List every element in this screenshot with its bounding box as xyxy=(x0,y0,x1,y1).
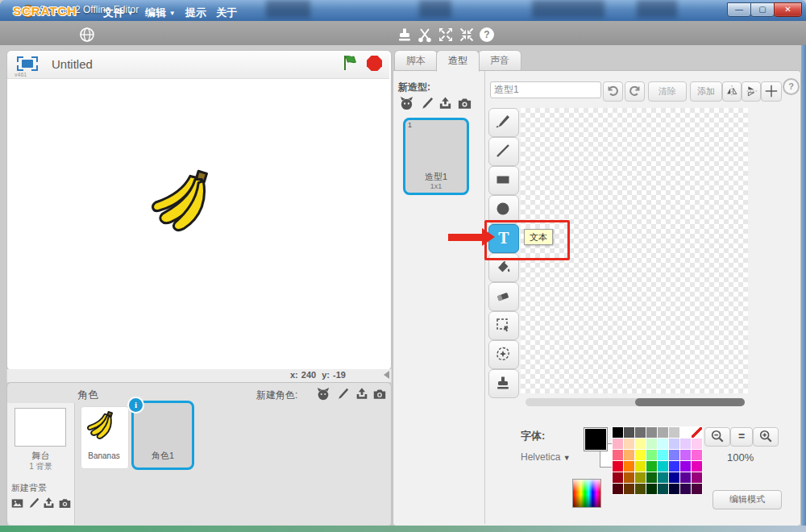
palette-swatch[interactable] xyxy=(669,461,679,472)
maximize-button[interactable]: ▢ xyxy=(750,2,775,17)
eraser-tool[interactable] xyxy=(488,282,519,311)
palette-swatch[interactable] xyxy=(613,484,623,494)
palette-swatch[interactable] xyxy=(646,450,657,460)
palette-swatch[interactable] xyxy=(646,427,657,438)
new-costume-library-icon[interactable] xyxy=(399,96,413,110)
palette-swatch[interactable] xyxy=(624,484,634,494)
palette-swatch[interactable] xyxy=(635,472,646,483)
palette-swatch[interactable] xyxy=(658,461,668,472)
palette-swatch[interactable] xyxy=(624,461,634,472)
backdrop-library-icon[interactable] xyxy=(10,497,25,511)
rainbow-color-picker[interactable] xyxy=(572,479,601,508)
palette-swatch[interactable] xyxy=(692,427,702,438)
palette-swatch[interactable] xyxy=(680,450,691,460)
palette-swatch[interactable] xyxy=(624,438,634,449)
palette-swatch[interactable] xyxy=(613,472,623,483)
palette-swatch[interactable] xyxy=(635,450,646,460)
palette-swatch[interactable] xyxy=(635,461,646,472)
stop-button[interactable] xyxy=(367,56,382,71)
stage-thumbnail[interactable] xyxy=(15,408,66,447)
add-button[interactable]: 添加 xyxy=(690,81,722,102)
magic-wand-tool[interactable] xyxy=(488,340,519,369)
palette-swatch[interactable] xyxy=(613,450,623,460)
menu-about[interactable]: 关于 xyxy=(216,6,237,20)
foreground-color-swatch[interactable] xyxy=(584,427,608,451)
palette-swatch[interactable] xyxy=(680,461,691,472)
palette-swatch[interactable] xyxy=(613,438,623,449)
palette-swatch[interactable] xyxy=(624,472,634,483)
palette-swatch[interactable] xyxy=(635,438,646,449)
menu-file[interactable]: 文件 ▼ xyxy=(103,6,134,20)
grow-icon[interactable] xyxy=(438,27,454,43)
duplicate-stamp-icon[interactable] xyxy=(397,27,413,43)
canvas-scrollbar-thumb[interactable] xyxy=(635,398,745,406)
palette-swatch[interactable] xyxy=(680,484,691,494)
paint-new-costume-icon[interactable] xyxy=(419,96,434,110)
palette-swatch[interactable] xyxy=(692,438,702,449)
palette-swatch[interactable] xyxy=(658,472,668,483)
paint-help-icon[interactable]: ? xyxy=(783,78,800,95)
zoom-out-button[interactable] xyxy=(704,427,730,447)
palette-swatch[interactable] xyxy=(658,450,668,460)
camera-backdrop-icon[interactable] xyxy=(58,497,73,511)
zoom-in-button[interactable] xyxy=(753,427,779,447)
palette-swatch[interactable] xyxy=(624,450,634,460)
paint-backdrop-icon[interactable] xyxy=(27,497,41,511)
palette-swatch[interactable] xyxy=(646,438,657,449)
paint-new-sprite-icon[interactable] xyxy=(335,387,350,401)
palette-swatch[interactable] xyxy=(692,484,702,494)
palette-swatch[interactable] xyxy=(669,438,679,449)
palette-swatch[interactable] xyxy=(692,472,702,483)
close-button[interactable]: ✕ xyxy=(774,2,802,17)
palette-swatch[interactable] xyxy=(635,484,646,494)
palette-swatch[interactable] xyxy=(646,461,657,472)
green-flag-button[interactable] xyxy=(342,54,359,72)
palette-swatch[interactable] xyxy=(658,484,668,494)
flip-vertical-icon[interactable] xyxy=(742,81,761,102)
palette-swatch[interactable] xyxy=(646,472,657,483)
menu-tips[interactable]: 提示 xyxy=(185,6,206,20)
rectangle-tool[interactable] xyxy=(488,166,519,195)
upload-sprite-icon[interactable] xyxy=(355,387,369,401)
flip-horizontal-icon[interactable] xyxy=(722,81,742,102)
tab-sounds[interactable]: 声音 xyxy=(478,50,521,72)
help-icon[interactable]: ? xyxy=(480,27,494,42)
palette-swatch[interactable] xyxy=(669,450,679,460)
line-tool[interactable] xyxy=(488,137,519,166)
palette-swatch[interactable] xyxy=(680,427,691,438)
palette-swatch[interactable] xyxy=(669,427,679,438)
palette-swatch[interactable] xyxy=(635,427,646,438)
shrink-icon[interactable] xyxy=(459,27,475,43)
undo-button[interactable] xyxy=(603,81,623,102)
minimize-button[interactable]: — xyxy=(727,2,751,17)
tab-costumes[interactable]: 造型 xyxy=(436,50,480,72)
redo-button[interactable] xyxy=(625,81,645,102)
palette-swatch[interactable] xyxy=(680,472,691,483)
menu-edit[interactable]: 编辑 ▼ xyxy=(145,6,176,20)
editor-mode-button[interactable]: 编辑模式 xyxy=(713,490,782,509)
camera-sprite-icon[interactable] xyxy=(372,387,387,401)
tab-scripts[interactable]: 脚本 xyxy=(394,50,438,72)
collapse-arrow-icon[interactable] xyxy=(384,371,389,379)
font-select[interactable]: Helvetica ▼ xyxy=(521,451,585,463)
palette-swatch[interactable] xyxy=(680,438,691,449)
upload-costume-icon[interactable] xyxy=(438,96,452,110)
upload-backdrop-icon[interactable] xyxy=(42,497,56,511)
zoom-actual-size-button[interactable]: = xyxy=(730,427,753,447)
language-globe-icon[interactable] xyxy=(79,27,95,43)
palette-swatch[interactable] xyxy=(692,450,702,460)
palette-swatch[interactable] xyxy=(669,472,679,483)
costume-name-input[interactable] xyxy=(490,81,601,98)
set-costume-center-icon[interactable] xyxy=(761,81,782,102)
stamp-tool[interactable] xyxy=(488,369,519,398)
palette-swatch[interactable] xyxy=(613,427,623,438)
palette-swatch[interactable] xyxy=(658,438,668,449)
palette-swatch[interactable] xyxy=(692,461,702,472)
palette-swatch[interactable] xyxy=(646,484,657,494)
sprite-info-icon[interactable]: i xyxy=(127,397,144,414)
select-tool[interactable] xyxy=(488,311,519,340)
bananas-sprite-on-stage[interactable] xyxy=(147,161,230,239)
brush-tool[interactable] xyxy=(488,108,519,137)
palette-swatch[interactable] xyxy=(624,427,634,438)
camera-costume-icon[interactable] xyxy=(457,96,472,110)
